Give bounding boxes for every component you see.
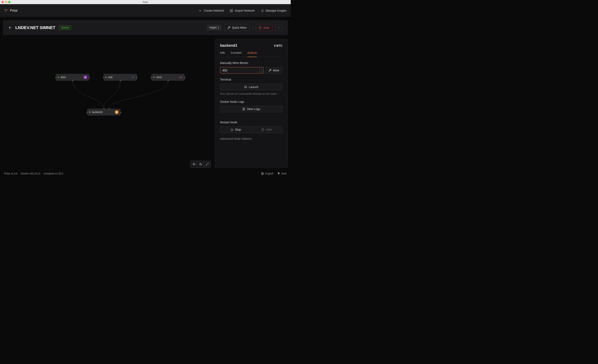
mine-button[interactable]: Mine xyxy=(265,67,282,74)
node-sidebar: backend1 0 BTC Info Connect Actions Manu… xyxy=(215,39,288,168)
terminal-label: Terminal xyxy=(220,78,282,81)
more-vertical-icon xyxy=(277,26,280,29)
lnd-icon: ⚡ xyxy=(83,75,87,79)
maximize-icon[interactable] xyxy=(8,1,10,3)
sidebar-tabs: Info Connect Actions xyxy=(220,51,282,57)
node-label: bob xyxy=(108,76,113,79)
port[interactable] xyxy=(167,80,169,81)
status-dot xyxy=(89,111,90,113)
eclair-icon xyxy=(179,75,183,79)
manage-images-link[interactable]: Manage Images xyxy=(261,9,287,12)
expand-icon xyxy=(206,163,209,166)
window-controls xyxy=(2,1,10,3)
mine-blocks-label: Manually Mine Blocks xyxy=(220,61,282,65)
svg-marker-15 xyxy=(263,129,264,130)
divider xyxy=(252,25,253,30)
play-icon xyxy=(261,128,264,131)
zoom-out-icon xyxy=(199,163,202,166)
list-icon xyxy=(261,9,264,12)
bulb-icon xyxy=(277,172,280,175)
port[interactable] xyxy=(55,77,57,78)
bitcoin-icon: ₿ xyxy=(115,110,119,114)
view-logs-label: View Logs xyxy=(247,107,260,111)
network-canvas[interactable]: alice ⚡ bob carol xyxy=(3,39,211,168)
language-selector[interactable]: English xyxy=(261,172,273,175)
import-network-link[interactable]: Import Network xyxy=(230,9,255,12)
polar-version: Polar v1.3.0 xyxy=(4,172,17,175)
launch-label: Launch xyxy=(249,85,258,89)
titlebar: Polar xyxy=(0,0,291,4)
mine-button-label: Mine xyxy=(273,69,279,72)
zoom-controls xyxy=(191,161,211,168)
tab-connect[interactable]: Connect xyxy=(231,51,241,57)
theme-label: Dark xyxy=(281,172,287,175)
power-icon xyxy=(231,128,233,131)
back-button[interactable] xyxy=(8,26,12,30)
block-height-badge: height: 1 xyxy=(207,25,221,30)
polar-icon xyxy=(4,9,8,12)
close-icon[interactable] xyxy=(2,1,4,3)
app-logo[interactable]: Polar xyxy=(4,9,18,12)
file-icon xyxy=(242,108,245,110)
node-bob[interactable]: bob xyxy=(104,74,137,81)
zoom-out-button[interactable] xyxy=(197,161,204,168)
port[interactable] xyxy=(72,80,74,81)
port[interactable] xyxy=(103,108,105,110)
port[interactable] xyxy=(136,77,138,78)
stop-network-button[interactable]: Stop xyxy=(256,24,272,31)
port[interactable] xyxy=(103,77,104,78)
launch-terminal-button[interactable]: Launch xyxy=(220,84,282,90)
mine-blocks-input-wrap: ▲ ▼ xyxy=(220,67,264,74)
stop-icon xyxy=(259,26,262,29)
wallet-balance: 0 BTC xyxy=(274,44,282,47)
quick-mine-button[interactable]: Quick Mine xyxy=(224,24,249,31)
node-label: backend1 xyxy=(92,111,103,114)
wrench-icon xyxy=(227,26,230,29)
theme-selector[interactable]: Dark xyxy=(277,172,287,175)
stop-label: Stop xyxy=(263,26,269,29)
create-network-link[interactable]: Create Network xyxy=(199,9,224,12)
port[interactable] xyxy=(86,111,88,113)
restart-label: Restart Node xyxy=(220,121,282,124)
stop-node-button[interactable]: Stop xyxy=(220,126,251,133)
port[interactable] xyxy=(120,80,121,81)
zoom-in-button[interactable] xyxy=(191,161,197,168)
import-network-label: Import Network xyxy=(235,9,255,12)
svg-point-8 xyxy=(279,27,279,28)
step-up-button[interactable]: ▲ xyxy=(259,67,264,71)
port[interactable] xyxy=(88,77,90,78)
node-carol[interactable]: carol xyxy=(151,74,185,81)
more-button[interactable] xyxy=(275,25,282,31)
port[interactable] xyxy=(120,111,121,113)
tab-info[interactable]: Info xyxy=(220,51,225,57)
status-dot xyxy=(106,77,107,78)
port[interactable] xyxy=(184,77,185,78)
start-node-label: Start xyxy=(266,128,272,131)
docker-version: Docker v20.10.13 xyxy=(21,172,40,175)
quick-mine-label: Quick Mine xyxy=(232,26,247,29)
node-backend1[interactable]: backend1 ₿ xyxy=(87,109,120,116)
svg-rect-13 xyxy=(245,86,247,88)
import-icon xyxy=(230,9,233,12)
node-alice[interactable]: alice ⚡ xyxy=(56,74,89,81)
cln-icon xyxy=(131,75,135,79)
mine-blocks-input[interactable] xyxy=(220,67,264,74)
node-label: carol xyxy=(156,76,162,79)
arrow-left-icon xyxy=(8,26,12,30)
network-title: LNDEV.NET SIMNET xyxy=(15,25,55,30)
fit-screen-button[interactable] xyxy=(204,161,211,168)
create-network-label: Create Network xyxy=(204,9,224,12)
terminal-help-text: Run 'bitcoin-cli' commands directly on t… xyxy=(220,92,282,96)
terminal-icon xyxy=(244,86,247,89)
status-dot xyxy=(58,77,59,78)
tab-actions[interactable]: Actions xyxy=(248,51,257,57)
port[interactable] xyxy=(150,77,152,78)
view-logs-button[interactable]: View Logs xyxy=(220,106,282,112)
page-header: LNDEV.NET SIMNET Started height: 1 Quick… xyxy=(3,20,288,35)
port[interactable] xyxy=(108,108,110,110)
svg-point-9 xyxy=(279,28,279,29)
language-label: English xyxy=(265,172,273,175)
start-node-button[interactable]: Start xyxy=(251,126,282,133)
step-down-button[interactable]: ▼ xyxy=(259,71,264,74)
minimize-icon[interactable] xyxy=(5,1,7,3)
